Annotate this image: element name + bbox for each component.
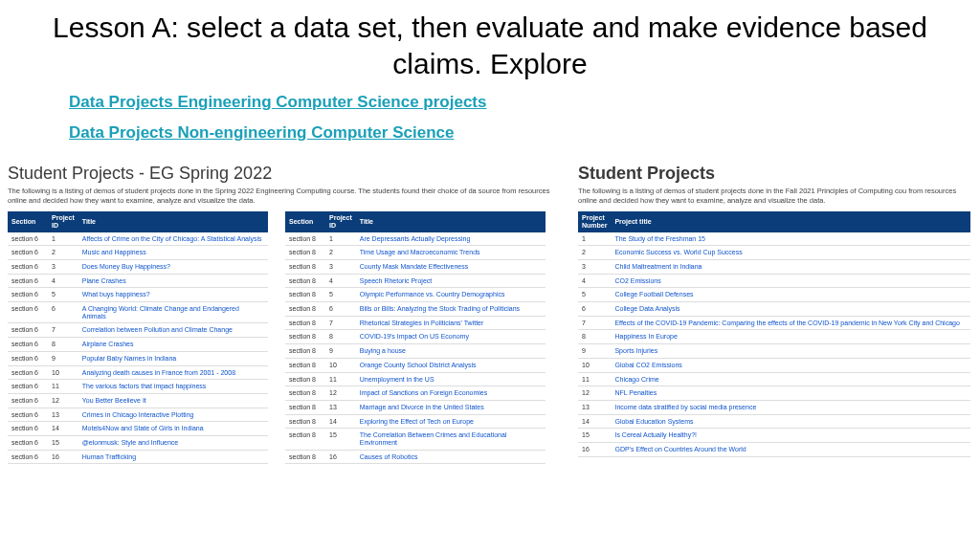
cell-project-title[interactable]: Bills or Bills: Analyzing the Stock Trad… [356,302,546,317]
cell-project-id: 12 [325,386,356,401]
cell-project-number: 16 [578,442,611,456]
cell-section: section 6 [8,408,48,422]
cell-section: section 8 [285,372,325,386]
cell-project-title[interactable]: The Correlation Between Crimes and Educa… [356,429,546,450]
cell-project-title[interactable]: What buys happiness? [78,288,268,302]
cell-project-number: 9 [578,344,611,359]
table-row: 5College Football Defenses [578,288,970,302]
cell-project-title[interactable]: COVID-19's Impact On US Economy [356,330,546,344]
cell-project-id: 2 [48,246,78,260]
cell-project-title[interactable]: Music and Happiness [78,246,268,260]
cell-project-id: 15 [48,435,78,450]
link-engineering-projects[interactable]: Data Projects Engineering Computer Scien… [69,93,980,112]
cell-project-title[interactable]: Crimes in Chicago Interactive Plotting [78,408,268,422]
cell-project-title[interactable]: Human Trafficking [78,450,268,464]
table-row: 10Global CO2 Emissions [578,358,970,372]
cell-project-title[interactable]: Global CO2 Emissions [611,358,970,372]
cell-project-id: 15 [325,429,356,450]
cell-project-title[interactable]: Happiness In Europe [611,330,970,344]
table-row: 14Global Education Systems [578,414,970,429]
cell-project-id: 1 [325,232,356,246]
cell-section: section 6 [8,288,48,302]
cell-project-title[interactable]: Is Cereal Actually Healthy?! [611,429,970,443]
cell-project-number: 4 [578,274,611,288]
cell-project-title[interactable]: Buying a house [356,344,546,359]
cell-project-title[interactable]: Motels4Now and State of Girls in Indiana [78,422,268,436]
cell-project-title[interactable]: Rhetorical Strategies in Politicians' Tw… [356,316,546,330]
cell-project-id: 11 [325,372,356,386]
cell-project-title[interactable]: Causes of Robotics [356,450,546,464]
cell-section: section 8 [285,386,325,401]
cell-project-title[interactable]: Olympic Performance vs. Country Demograp… [356,288,546,302]
link-non-engineering-projects[interactable]: Data Projects Non-engineering Computer S… [69,123,980,143]
table-row: 2Economic Success vs. World Cup Success [578,246,970,260]
cell-project-title[interactable]: Plane Crashes [78,274,268,288]
table-row: 11Chicago Crime [578,372,970,386]
table-row: section 610Analyzing death causes in Fra… [8,365,268,380]
cell-project-title[interactable]: Correlation between Pollution and Climat… [78,323,268,338]
cell-project-title[interactable]: NFL Penalties [611,386,970,401]
cell-project-title[interactable]: Global Education Systems [611,414,970,429]
cell-project-title[interactable]: Unemployment in the US [356,372,546,386]
cell-project-title[interactable]: CO2 Emissions [611,274,970,288]
cell-section: section 8 [285,246,325,260]
cell-project-title[interactable]: Does Money Buy Happiness? [78,260,268,275]
cell-section: section 8 [285,429,325,450]
table-row: section 84Speech Rhetoric Project [285,274,546,288]
table-row: section 615@elonmusk: Style and Influenc… [8,435,268,450]
cell-project-title[interactable]: GDP's Effect on Countries Around the Wor… [611,442,970,456]
cell-project-id: 1 [48,232,78,246]
cell-project-title[interactable]: County Mask Mandate Effectiveness [356,260,546,275]
cell-project-id: 7 [48,323,78,338]
table-row: section 811Unemployment in the US [285,372,546,386]
cell-project-title[interactable]: You Better Beelieve It [78,393,268,408]
table-row: section 614Motels4Now and State of Girls… [8,422,268,436]
cell-section: section 8 [285,358,325,372]
th-section: Section [285,211,325,231]
cell-project-title[interactable]: Income data stratified by social media p… [611,400,970,414]
cell-section: section 6 [8,351,48,365]
cell-section: section 6 [8,302,48,323]
table-row: section 612You Better Beelieve It [8,393,268,408]
cell-project-title[interactable]: Exploring the Effect of Tech on Europe [356,414,546,429]
cell-project-title[interactable]: Time Usage and Macroeconomic Trends [356,246,546,260]
cell-project-number: 5 [578,288,611,302]
cell-project-title[interactable]: College Data Analysis [611,302,970,317]
cell-project-title[interactable]: Popular Baby Names in Indiana [78,351,268,365]
cell-project-number: 13 [578,400,611,414]
cell-project-title[interactable]: Sports Injuries [611,344,970,359]
cell-section: section 8 [285,450,325,464]
cell-project-title[interactable]: College Football Defenses [611,288,970,302]
cell-section: section 6 [8,274,48,288]
table-row: section 64Plane Crashes [8,274,268,288]
cell-section: section 8 [285,232,325,246]
cell-project-id: 16 [325,450,356,464]
cell-project-title[interactable]: Are Depressants Actually Depressing [356,232,546,246]
cell-project-title[interactable]: Affects of Crime on the City of Chicago:… [78,232,268,246]
cell-section: section 8 [285,344,325,359]
cell-project-title[interactable]: Chicago Crime [611,372,970,386]
table-row: section 815The Correlation Between Crime… [285,429,546,450]
table-row: section 611The various factors that impa… [8,380,268,394]
cell-project-id: 4 [48,274,78,288]
cell-project-title[interactable]: A Changing World: Climate Change and End… [78,302,268,323]
table-row: section 616Human Trafficking [8,450,268,464]
cell-project-title[interactable]: Speech Rhetoric Project [356,274,546,288]
cell-section: section 8 [285,274,325,288]
cell-project-id: 11 [48,380,78,394]
cell-project-title[interactable]: Child Maltreatment in Indiana [611,260,970,275]
cell-project-title[interactable]: Effects of the COVID-19 Pandemic: Compar… [611,316,970,330]
cell-project-title[interactable]: @elonmusk: Style and Influence [78,435,268,450]
cell-project-title[interactable]: Marriage and Divorce in the United State… [356,400,546,414]
cell-project-title[interactable]: Impact of Sanctions on Foreign Economies [356,386,546,401]
cell-project-title[interactable]: Orange County School District Analysis [356,358,546,372]
cell-project-title[interactable]: The Study of the Freshman 15 [611,232,970,246]
cell-project-title[interactable]: Airplane Crashes [78,338,268,352]
table-row: section 83County Mask Mandate Effectiven… [285,260,546,275]
cell-project-title[interactable]: Analyzing death causes in France from 20… [78,365,268,380]
cell-project-title[interactable]: Economic Success vs. World Cup Success [611,246,970,260]
cell-project-id: 13 [48,408,78,422]
table-row: section 86Bills or Bills: Analyzing the … [285,302,546,317]
cell-project-number: 1 [578,232,611,246]
cell-project-title[interactable]: The various factors that impact happines… [78,380,268,394]
